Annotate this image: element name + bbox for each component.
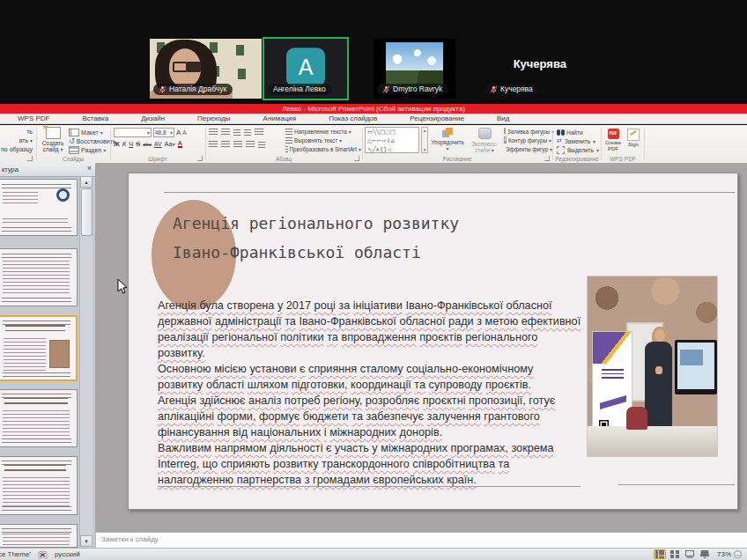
outline-tab-partial[interactable]: ктура — [2, 166, 18, 173]
slide-paragraph: Основною місією установи є сприяння стал… — [158, 361, 581, 393]
tab-insert[interactable]: Вставка — [82, 114, 108, 122]
copy-button-partial[interactable]: ать ▾ — [18, 137, 33, 144]
tab-review[interactable]: Рецензирование — [410, 114, 464, 122]
font-size-combobox[interactable]: 48,8▾ — [153, 128, 174, 137]
participant-tile-kucheriava[interactable]: Кучерява Кучерява — [458, 39, 571, 99]
slide-paragraph: Агенція була створена у 2017 році за іні… — [158, 298, 581, 361]
scrollbar-thumb[interactable] — [81, 188, 92, 236]
create-pdf-button[interactable]: PDF Create PDF — [603, 129, 623, 151]
align-text-button[interactable]: Выровнять текст▾ — [285, 136, 361, 144]
decrease-indent-icon[interactable] — [233, 129, 240, 136]
slide-title[interactable]: Агенція регіонального розвитку Івано-Фра… — [173, 209, 459, 267]
slideshow-view-button[interactable] — [699, 549, 711, 559]
scroll-down-icon[interactable]: ▼ — [80, 535, 92, 547]
change-case-button[interactable]: Aa▾ — [165, 140, 175, 148]
shape-outline-button[interactable]: Контур фигуры▾ — [504, 136, 551, 144]
dialog-launcher-icon[interactable] — [197, 156, 203, 161]
slide-photo-presentation[interactable] — [587, 276, 718, 457]
align-center-icon[interactable] — [221, 141, 230, 148]
columns-icon[interactable] — [258, 142, 265, 148]
slide-thumbnail-3-selected[interactable] — [0, 315, 78, 381]
shape-effects-button[interactable]: Эффекты фигур▾ — [504, 144, 551, 153]
shapes-gallery[interactable]: ▭╲╲□○□ △⌐⌐⇨⇩⌂ ∿╱∧{}☆ — [365, 127, 419, 153]
tab-slideshow[interactable]: Показ слайдов — [329, 114, 377, 122]
convert-to-smartart-button[interactable]: Преобразовать в SmartArt▾ — [285, 144, 361, 153]
tab-animations[interactable]: Анимация — [263, 114, 297, 122]
numbering-icon[interactable] — [221, 129, 230, 136]
layout-button[interactable]: Макет▾ — [69, 128, 116, 136]
drawing-group-label: Рисование — [363, 156, 551, 162]
thumb-rule — [2, 438, 71, 443]
slide-sorter-view-button[interactable] — [669, 549, 681, 559]
participant-tile-natalia[interactable]: Наталія Драбчук — [150, 39, 262, 99]
font-color-button[interactable]: А — [178, 140, 182, 148]
normal-view-button[interactable] — [654, 549, 666, 559]
cut-button-partial[interactable]: ть — [26, 129, 33, 135]
scroll-up-icon[interactable]: ▲ — [80, 176, 92, 188]
zoom-out-icon[interactable]: – — [734, 550, 742, 558]
language-indicator[interactable]: русский — [55, 550, 80, 558]
participant-tile-anhelina-active-speaker[interactable]: А Ангеліна Левко — [263, 37, 349, 100]
reset-button[interactable]: ↺Восстановить — [69, 136, 116, 145]
align-right-icon[interactable] — [233, 141, 242, 148]
shape-fill-icon — [504, 128, 506, 135]
line-spacing-icon[interactable] — [255, 129, 263, 136]
italic-button[interactable]: К — [122, 140, 126, 148]
justify-icon[interactable] — [246, 141, 255, 148]
new-slide-button[interactable]: ★ Создать слайд ▾ — [39, 127, 67, 155]
mic-muted-icon — [490, 85, 498, 93]
slide-paragraph: Важливим напрямом діяльності є участь у … — [158, 440, 581, 488]
shrink-font-button[interactable]: А — [182, 129, 186, 136]
tab-design[interactable]: Дизайн — [141, 114, 165, 122]
quick-styles-button[interactable]: Экспресс-стили ▾ — [467, 128, 502, 154]
strikethrough-button[interactable]: abc — [143, 142, 152, 147]
participant-tile-dmytro[interactable]: Dmytro Ravryk — [374, 39, 455, 99]
slide-thumbnail-6-partial[interactable] — [0, 524, 78, 548]
slide-thumbnail-5[interactable] — [0, 456, 78, 515]
character-spacing-button[interactable]: АV — [154, 141, 162, 147]
dialog-launcher-icon[interactable] — [27, 156, 33, 161]
bold-button[interactable]: Ж — [114, 140, 120, 148]
slide-body-text[interactable]: Агенція була створена у 2017 році за іні… — [158, 298, 581, 488]
scroll-up-icon[interactable]: ▴ — [424, 128, 426, 133]
slide-thumbnail-2[interactable] — [0, 248, 78, 306]
reading-view-button[interactable] — [684, 549, 696, 559]
text-direction-button[interactable]: Направление текста▾ — [285, 127, 361, 136]
zoom-level[interactable]: 73% — [717, 550, 731, 558]
grow-font-button[interactable]: А — [176, 129, 181, 136]
increase-indent-icon[interactable] — [244, 129, 251, 136]
slide-thumbnail-4[interactable] — [0, 389, 78, 447]
slide-notes-panel[interactable]: Заметки к слайду — [95, 532, 747, 548]
close-icon[interactable]: × — [87, 164, 92, 173]
dialog-launcher-icon[interactable] — [544, 156, 550, 161]
chevron-down-icon: ▾ — [593, 138, 595, 144]
tab-view[interactable]: Вид — [497, 114, 509, 122]
shape-fill-button[interactable]: Заливка фигуры▾ — [504, 127, 551, 136]
underline-button[interactable]: Ч — [129, 140, 133, 148]
select-button[interactable]: Выделить▾ — [557, 145, 601, 154]
font-size-value: 48,8 — [155, 129, 166, 136]
font-name-combobox[interactable]: ▾ — [114, 128, 152, 137]
sign-button[interactable]: Sign — [624, 129, 643, 148]
bullets-icon[interactable] — [209, 129, 218, 136]
dialog-launcher-icon[interactable] — [354, 156, 359, 161]
align-left-icon[interactable] — [209, 141, 218, 148]
slide-bottom-rule-right — [618, 484, 735, 485]
tab-transitions[interactable]: Переходы — [197, 114, 231, 122]
thumbnail-scrollbar[interactable]: ▲ ▼ — [79, 176, 92, 548]
scroll-down-icon[interactable]: ▾ — [424, 147, 426, 152]
window-titlebar[interactable]: Левко - Microsoft PowerPoint (Сбой актив… — [0, 104, 747, 114]
replace-button[interactable]: ⇄Заменить▾ — [557, 136, 601, 145]
slide-thumbnail-1[interactable] — [0, 179, 78, 236]
spellcheck-icon[interactable] — [38, 550, 48, 559]
shadow-button[interactable]: S — [136, 140, 140, 148]
arrange-button[interactable]: Упорядочить ▾ — [430, 128, 465, 152]
format-painter-partial[interactable]: по образцу — [1, 146, 33, 152]
shapes-gallery-scrollbar[interactable]: ▴ ▾ — [421, 127, 428, 153]
slide-editor[interactable]: Агенція регіонального розвитку Івано-Фра… — [128, 173, 738, 510]
find-button[interactable]: Найти — [557, 128, 601, 136]
banner-text-lines — [602, 369, 624, 379]
tv-slide — [677, 343, 714, 389]
tab-wps-pdf[interactable]: WPS PDF — [18, 114, 49, 122]
section-button[interactable]: Раздел▾ — [69, 145, 116, 154]
